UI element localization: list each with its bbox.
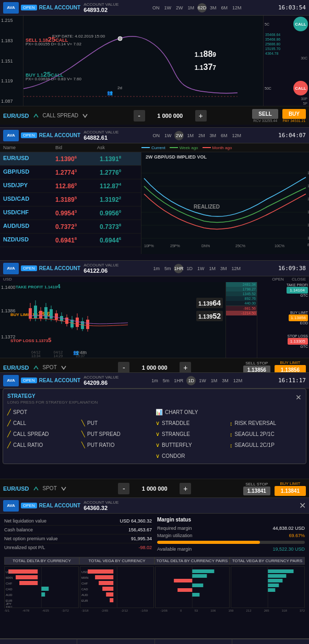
- strategy-condor[interactable]: ∨ CONDOR: [156, 453, 228, 459]
- row-usdjpy[interactable]: USD/JPY 112.860 112.874: [0, 179, 141, 193]
- strategy-label-4[interactable]: SPOT: [43, 485, 57, 491]
- minus-btn-1[interactable]: -: [134, 110, 145, 121]
- strategy-seagull-2c1p[interactable]: ↕ SEAGULL 2C/1P: [230, 442, 302, 448]
- arrow-down-icon-4: [61, 486, 66, 491]
- strategy-call-ratio[interactable]: ╱ CALL RATIO: [7, 442, 79, 448]
- buy-price-4[interactable]: 1.13841: [275, 486, 306, 496]
- row-gbpusd[interactable]: GBP/USD 1.27743 1.27760: [0, 166, 141, 179]
- ob3-val5: 440.00: [226, 301, 257, 306]
- row-nzdusd[interactable]: NZD/USD 0.69418 0.69446: [0, 234, 141, 247]
- row-usdcad[interactable]: USD/CAD 1.31895 1.31922: [0, 193, 141, 206]
- nav-history[interactable]: HISTORY: [155, 639, 232, 644]
- minus-btn-4[interactable]: -: [118, 483, 129, 494]
- strategy-close-btn[interactable]: ✕: [295, 393, 302, 402]
- tf2-1w[interactable]: 1W: [163, 132, 173, 139]
- tf3-1m2[interactable]: 1M: [207, 265, 217, 272]
- tf2-12m[interactable]: 12M: [230, 132, 243, 139]
- tf2-2m[interactable]: 2M: [197, 132, 207, 139]
- tf2-2w-active[interactable]: 2W: [174, 131, 184, 140]
- tf3-3m[interactable]: 3M: [219, 265, 229, 272]
- tf-62d-active[interactable]: 62D: [197, 3, 207, 13]
- watchlist-header: Name Bid Ask Current Week ago Month ago: [0, 143, 309, 152]
- strategy-chart-only[interactable]: 📊 CHART ONLY: [156, 409, 228, 416]
- strategy-label-1[interactable]: CALL SPREAD: [43, 113, 79, 118]
- pair-label-3[interactable]: EUR/USD: [3, 364, 29, 371]
- ask-gbpusd: 1.27760: [100, 168, 141, 176]
- call-btn-2[interactable]: CALL: [293, 81, 308, 95]
- tf4-1hr[interactable]: 1HR: [172, 378, 185, 384]
- strategy-put-ratio[interactable]: ╲ PUT RATIO: [81, 442, 153, 448]
- tf4-1m2[interactable]: 1M: [209, 378, 219, 384]
- account-name-3: REAL ACCOUNT: [39, 265, 80, 271]
- tf-2w[interactable]: 2W: [174, 5, 185, 11]
- row-eurusd[interactable]: EUR/USD 1.13906 1.13918: [0, 152, 141, 166]
- tf-1m[interactable]: 1M: [186, 5, 196, 11]
- strategy-seagull-2p1c[interactable]: ↕ SEAGULL 2P/1C: [230, 431, 302, 438]
- quantity-1: 1 000 000: [149, 113, 191, 119]
- tf4-12m[interactable]: 12M: [232, 378, 244, 384]
- strategy-call-spread[interactable]: ╱ CALL SPREAD: [7, 431, 79, 438]
- strategy-risk-reversal[interactable]: ↕ RISK REVERSAL: [230, 420, 302, 427]
- sell-price-4[interactable]: 1.13841: [243, 487, 270, 495]
- minus-btn-3[interactable]: -: [118, 362, 129, 373]
- tf-3m[interactable]: 3M: [208, 5, 218, 11]
- svg-rect-76: [177, 588, 192, 592]
- tf2-6m[interactable]: 6M: [219, 132, 229, 139]
- tf-12m[interactable]: 12M: [231, 5, 243, 11]
- strategy-straddle[interactable]: ∨ STRADDLE: [156, 420, 228, 427]
- tf3-1hr-active[interactable]: 1HR: [174, 264, 183, 273]
- tf3-1m[interactable]: 1m: [151, 265, 161, 272]
- strategy-strangle[interactable]: ∨ STRANGLE: [156, 431, 228, 438]
- delta-currency-svg: USD MXN CHF CAD AUD EUR JPY XAU: [5, 567, 78, 607]
- pair-label-1[interactable]: EUR/USD: [3, 113, 29, 119]
- spot-icon: ╱: [7, 409, 11, 416]
- strategy-butterfly[interactable]: ∨ BUTTERFLY: [156, 442, 228, 448]
- pair-label-4[interactable]: EUR/USD: [3, 485, 29, 492]
- svg-rect-75: [192, 584, 203, 587]
- row-audusd[interactable]: AUD/USD 0.73723 0.73738: [0, 220, 141, 234]
- svg-text:CHF: CHF: [81, 582, 88, 585]
- tf4-1d-active[interactable]: 1D: [186, 376, 196, 385]
- nav-open-positions[interactable]: OPEN POSITION & PENDING ORDERS: [0, 639, 77, 644]
- tf2-3m[interactable]: 3M: [208, 132, 218, 139]
- buy-limit-label-3: BUY LIMIT: [280, 360, 300, 365]
- svg-text:CHF: CHF: [6, 582, 13, 585]
- svg-rect-80: [268, 574, 286, 578]
- tf2-on[interactable]: ON: [151, 132, 161, 139]
- ask-nzdusd: 0.69446: [100, 236, 141, 244]
- net-liq-key: Net liquidation value: [4, 518, 46, 524]
- strategy-put-spread[interactable]: ╲ PUT SPREAD: [81, 431, 153, 438]
- tf3-5m[interactable]: 5m: [163, 265, 173, 272]
- tf3-1d[interactable]: 1D: [185, 265, 194, 272]
- tf-1w[interactable]: 1W: [162, 5, 173, 11]
- time-display-3: 16:09:38: [278, 265, 306, 272]
- tf2-1m[interactable]: 1M: [185, 132, 195, 139]
- tf4-3m[interactable]: 3M: [220, 378, 230, 384]
- plus-btn-1[interactable]: +: [195, 110, 207, 121]
- call-btn-1[interactable]: CALL: [293, 17, 308, 31]
- plus-btn-4[interactable]: +: [180, 483, 191, 494]
- svg-rect-81: [268, 579, 282, 582]
- sell-btn-1[interactable]: SELL: [252, 109, 278, 119]
- nav-risk-manager[interactable]: RISK MANAGER: [77, 639, 154, 644]
- tf3-12m[interactable]: 12M: [230, 265, 242, 272]
- tf4-5m[interactable]: 5m: [161, 378, 171, 384]
- tf-6m[interactable]: 6M: [219, 5, 229, 11]
- strategy-label-3[interactable]: SPOT: [43, 364, 57, 370]
- tf-on[interactable]: ON: [151, 5, 161, 11]
- buy-limit-price-3[interactable]: 1.13856: [275, 365, 306, 373]
- buy-btn-1[interactable]: BUY: [282, 109, 306, 119]
- panel5-close-btn[interactable]: ✕: [299, 501, 306, 511]
- plus-btn-3[interactable]: +: [180, 362, 191, 373]
- tf4-1m[interactable]: 1m: [150, 378, 160, 384]
- margin-util-key: Margin utilization: [157, 533, 193, 538]
- tf4-1w[interactable]: 1W: [197, 378, 208, 384]
- row-usdchf[interactable]: USD/CHF 0.99543 0.99560: [0, 206, 141, 220]
- strategy-call[interactable]: ╱ CALL: [7, 420, 79, 427]
- nav-closed-trades[interactable]: CLOSED TRADES: [232, 639, 309, 644]
- strategy-put[interactable]: ╲ PUT: [81, 420, 153, 427]
- sell-stop-price-3[interactable]: 1.13856: [243, 366, 270, 373]
- legend-current: Current: [141, 145, 165, 150]
- tf3-1w[interactable]: 1W: [196, 265, 206, 272]
- strategy-spot[interactable]: ╱ SPOT: [7, 409, 79, 416]
